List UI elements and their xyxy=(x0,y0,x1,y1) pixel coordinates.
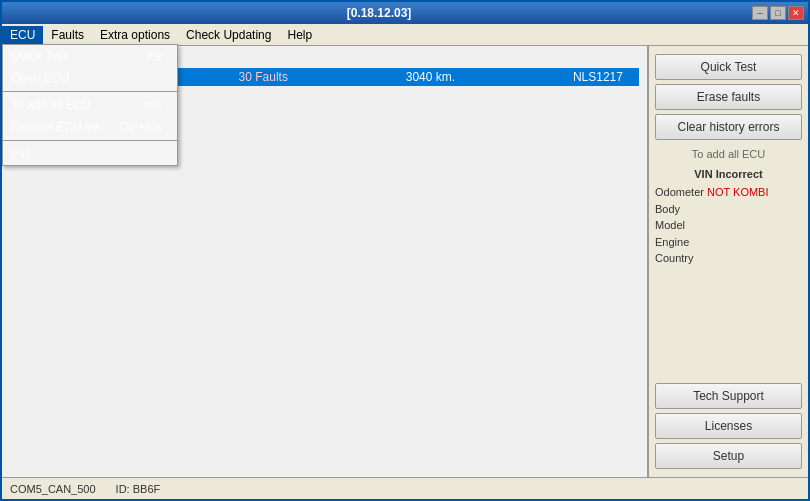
dropdown-open-ecu[interactable]: Open ECU xyxy=(3,67,177,89)
quick-test-shortcut: F9 xyxy=(147,49,161,63)
right-panel: Quick Test Erase faults Clear history er… xyxy=(648,46,808,477)
model-row: Model xyxy=(655,217,802,234)
menu-bar: ECU Quick Test F9 Open ECU To add all EC… xyxy=(2,24,808,46)
clear-history-button[interactable]: Clear history errors xyxy=(655,114,802,140)
menu-ecu-label: ECU xyxy=(10,28,35,42)
restore-shortcut: Ctrl+Ins xyxy=(120,120,162,134)
minimize-button[interactable]: – xyxy=(752,6,768,20)
country-label: Country xyxy=(655,252,694,264)
vin-status-value: Incorrect xyxy=(716,168,763,180)
menu-help[interactable]: Help xyxy=(279,26,320,44)
tech-support-button[interactable]: Tech Support xyxy=(655,383,802,409)
vin-label: VIN xyxy=(694,168,712,180)
menu-check-updating[interactable]: Check Updating xyxy=(178,26,279,44)
dropdown-exit[interactable]: Exit xyxy=(3,143,177,165)
engine-label: Engine xyxy=(655,236,689,248)
exit-label: Exit xyxy=(11,147,31,161)
vin-details: Odometer NOT KOMBI Body Model Engine Cou… xyxy=(655,184,802,267)
tree-row-km: 3040 km. xyxy=(406,70,455,84)
spacer xyxy=(655,271,802,380)
country-row: Country xyxy=(655,250,802,267)
restore-label: Restore ECU list xyxy=(11,120,100,134)
quick-test-label: Quick Test xyxy=(11,49,67,63)
odometer-row: Odometer NOT KOMBI xyxy=(655,184,802,201)
tree-row-faults: 30 Faults xyxy=(239,70,288,84)
title-bar: [0.18.12.03] – □ ✕ xyxy=(2,2,808,24)
close-button[interactable]: ✕ xyxy=(788,6,804,20)
body-row: Body xyxy=(655,201,802,218)
add-all-label: To add all ECU xyxy=(11,98,91,112)
engine-row: Engine xyxy=(655,234,802,251)
setup-button[interactable]: Setup xyxy=(655,443,802,469)
maximize-button[interactable]: □ xyxy=(770,6,786,20)
dropdown-quick-test[interactable]: Quick Test F9 xyxy=(3,45,177,67)
status-bar: COM5_CAN_500 ID: BB6F xyxy=(2,477,808,499)
erase-faults-button[interactable]: Erase faults xyxy=(655,84,802,110)
menu-extra[interactable]: Extra options xyxy=(92,26,178,44)
window-title: [0.18.12.03] xyxy=(6,6,752,20)
model-label: Model xyxy=(655,219,685,231)
menu-ecu[interactable]: ECU Quick Test F9 Open ECU To add all EC… xyxy=(2,26,43,44)
vin-status: VIN Incorrect xyxy=(655,168,802,180)
add-all-shortcut: Ins xyxy=(145,98,161,112)
vin-section: VIN Incorrect Odometer NOT KOMBI Body Mo… xyxy=(655,168,802,267)
dropdown-restore[interactable]: Restore ECU list Ctrl+Ins xyxy=(3,116,177,138)
odometer-label: Odometer xyxy=(655,186,704,198)
ecu-dropdown: Quick Test F9 Open ECU To add all ECU In… xyxy=(2,44,178,166)
dropdown-add-all[interactable]: To add all ECU Ins xyxy=(3,94,177,116)
bottom-buttons: Tech Support Licenses Setup xyxy=(655,383,802,469)
quick-test-button[interactable]: Quick Test xyxy=(655,54,802,80)
licenses-button[interactable]: Licenses xyxy=(655,413,802,439)
main-window: [0.18.12.03] – □ ✕ ECU Quick Test F9 Ope… xyxy=(0,0,810,501)
odometer-value: NOT KOMBI xyxy=(707,186,769,198)
separator-1 xyxy=(3,91,177,92)
id-status: ID: BB6F xyxy=(116,483,161,495)
com-status: COM5_CAN_500 xyxy=(10,483,96,495)
tree-row-vin: NLS1217 xyxy=(573,70,623,84)
separator-2 xyxy=(3,140,177,141)
menu-faults[interactable]: Faults xyxy=(43,26,92,44)
to-add-all-label: To add all ECU xyxy=(655,148,802,160)
open-ecu-label: Open ECU xyxy=(11,71,69,85)
body-label: Body xyxy=(655,203,680,215)
title-buttons: – □ ✕ xyxy=(752,6,804,20)
